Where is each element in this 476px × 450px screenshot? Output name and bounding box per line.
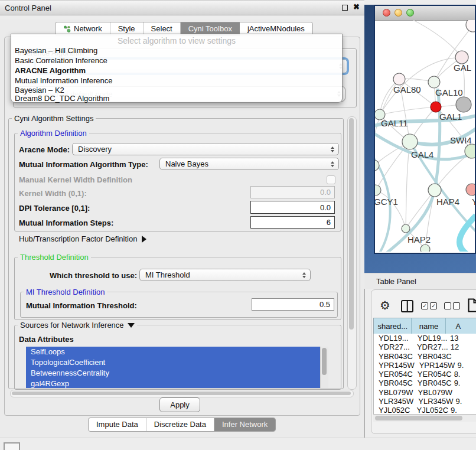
hub-definition-expander[interactable]: Hub/Transcription Factor Definition: [19, 234, 146, 243]
node[interactable]: [466, 20, 475, 32]
expander-arrow-icon: [142, 236, 146, 243]
gear-icon[interactable]: ⚙: [380, 298, 390, 312]
mi-threshold-value: 0.5: [319, 300, 330, 309]
node-label: GAL1: [439, 112, 462, 122]
cell: [452, 352, 476, 361]
kernel-width-value: 0.0: [320, 188, 331, 197]
which-threshold-label: Which threshold to use:: [50, 271, 137, 280]
mi-steps-value: 6: [327, 218, 331, 227]
close-window-icon[interactable]: [383, 9, 390, 17]
table-row[interactable]: YDR27...YDR27...12: [374, 343, 476, 351]
node-selected-gray[interactable]: [456, 97, 471, 112]
show-columns-icon[interactable]: ✓✓: [421, 302, 437, 309]
network-window-titlebar[interactable]: [375, 6, 475, 21]
table-horizontal-scrollbar[interactable]: [373, 414, 476, 422]
cell: YDR27...: [374, 343, 412, 351]
which-threshold-combo[interactable]: MI Threshold: [139, 269, 311, 281]
tab-impute-data[interactable]: Impute Data: [89, 418, 146, 431]
settings-horizontal-scrollbar[interactable]: [10, 390, 354, 397]
collapsed-panel-icon[interactable]: [4, 442, 20, 450]
list-item[interactable]: gal4RGexp: [26, 379, 328, 388]
network-edge-cyan: [459, 216, 475, 252]
settings-vertical-scrollbar[interactable]: [347, 116, 357, 390]
scrollbar-thumb[interactable]: [375, 416, 462, 420]
node-gal80[interactable]: [393, 73, 405, 85]
dpi-tolerance-label: DPI Tolerance [0,1]:: [19, 204, 90, 213]
node-label: GAL10: [435, 87, 463, 97]
dropdown-item[interactable]: Bayesian – Hill Climbing: [14, 45, 97, 56]
node-gal10[interactable]: [428, 76, 440, 88]
scrollbar-thumb[interactable]: [349, 118, 354, 330]
node-gcy1[interactable]: [375, 185, 381, 195]
table-row[interactable]: YBR045CYBR045C9.: [374, 379, 476, 387]
node-salmon[interactable]: [466, 184, 475, 195]
node[interactable]: [420, 244, 430, 252]
dropdown-item[interactable]: Basic Correlation Inference: [14, 56, 107, 66]
split-columns-icon[interactable]: [401, 300, 413, 312]
column-header-label: A: [455, 322, 461, 331]
table-row[interactable]: YJL052CYJL052C9.: [374, 406, 476, 414]
float-window-icon[interactable]: [342, 5, 348, 11]
table-row[interactable]: YLR345WYLR345W9.: [374, 397, 476, 406]
node-gal4[interactable]: [402, 134, 418, 149]
aracne-mode-combo[interactable]: Discovery: [72, 143, 339, 155]
mi-algorithm-type-value: Naive Bayes: [165, 159, 208, 168]
kernel-width-field[interactable]: 0.0: [250, 186, 335, 198]
cell: YER054C: [374, 370, 413, 379]
document-icon[interactable]: [468, 298, 476, 312]
network-icon: [63, 25, 71, 33]
table-row[interactable]: YDL19...YDL19...13: [374, 334, 476, 343]
hide-columns-icon[interactable]: [444, 302, 460, 309]
minimize-window-icon[interactable]: [395, 9, 402, 17]
dropdown-item-selected[interactable]: ARACNE Algorithm: [14, 66, 86, 76]
column-header-cut[interactable]: A: [446, 318, 476, 334]
cell: YLR345W: [413, 397, 453, 406]
table-panel-title: Table Panel: [376, 277, 416, 286]
node[interactable]: [455, 51, 468, 64]
tab-discretize-data[interactable]: Discretize Data: [146, 418, 214, 431]
scrollbar-thumb[interactable]: [12, 392, 351, 396]
dropdown-item[interactable]: Dream8 DC_TDC Algorithm: [14, 93, 109, 103]
cell: 8.: [452, 370, 476, 379]
dropdown-item[interactable]: Mutual Information Inference: [14, 76, 112, 86]
list-item[interactable]: TopologicalCoefficient: [26, 357, 328, 368]
node-label: HAP4: [436, 197, 459, 207]
algorithm-dropdown-popup: Select algorithm to view settings Bayesi…: [11, 34, 343, 103]
tab-infer-network-label: Infer Network: [222, 418, 268, 431]
close-panel-icon[interactable]: ✖: [353, 2, 360, 11]
column-header-name[interactable]: name: [412, 318, 446, 334]
sources-group-header[interactable]: Sources for Network Inference: [18, 321, 137, 330]
apply-button[interactable]: Apply: [159, 397, 200, 412]
node-label: GAL: [454, 63, 471, 73]
table-row[interactable]: YBL079WYBL079W: [374, 388, 476, 397]
scrollbar-thumb[interactable]: [322, 348, 327, 375]
mi-algorithm-type-combo[interactable]: Naive Bayes: [159, 158, 339, 170]
threshold-definition-title: Threshold Definition: [18, 253, 91, 262]
node-hap4[interactable]: [428, 184, 441, 197]
tab-infer-network[interactable]: Infer Network: [214, 418, 275, 431]
cell: 13: [448, 334, 476, 343]
dpi-tolerance-field[interactable]: 0.0: [250, 201, 335, 214]
mi-threshold-field[interactable]: 0.5: [252, 298, 334, 311]
list-item[interactable]: SelfLoops: [26, 347, 328, 357]
network-canvas[interactable]: GAL GAL80 GAL10 GAL1 GAL11 SWI4 GAL4 GCY…: [375, 20, 475, 252]
cyni-bottom-tabbar: Impute Data Discretize Data Infer Networ…: [88, 418, 276, 432]
hub-definition-label: Hub/Transcription Factor Definition: [19, 234, 137, 243]
mi-steps-field[interactable]: 6: [250, 216, 335, 229]
status-strip: [0, 438, 476, 450]
manual-kernel-width-checkbox[interactable]: [327, 175, 335, 184]
data-attributes-list[interactable]: SelfLoops TopologicalCoefficient Between…: [26, 347, 328, 388]
control-panel-title: Control Panel: [5, 4, 51, 12]
cell: YDL19...: [374, 334, 413, 343]
table-row[interactable]: YPR145WYPR145W9.: [374, 361, 476, 370]
table-row[interactable]: YER054CYER054C8.: [374, 370, 476, 379]
node-hap2[interactable]: [402, 224, 410, 233]
column-header-shared-name[interactable]: shared...: [374, 318, 412, 334]
node-label: GCY1: [375, 197, 398, 207]
table-row[interactable]: YBR043CYBR043C: [374, 352, 476, 361]
manual-kernel-width-label: Manual Kernel Width Definition: [19, 175, 132, 184]
node-gal1-red[interactable]: [431, 102, 441, 112]
list-vertical-scrollbar[interactable]: [320, 347, 328, 388]
list-item[interactable]: BetweennessCentrality: [26, 368, 328, 379]
zoom-window-icon[interactable]: [406, 9, 414, 17]
